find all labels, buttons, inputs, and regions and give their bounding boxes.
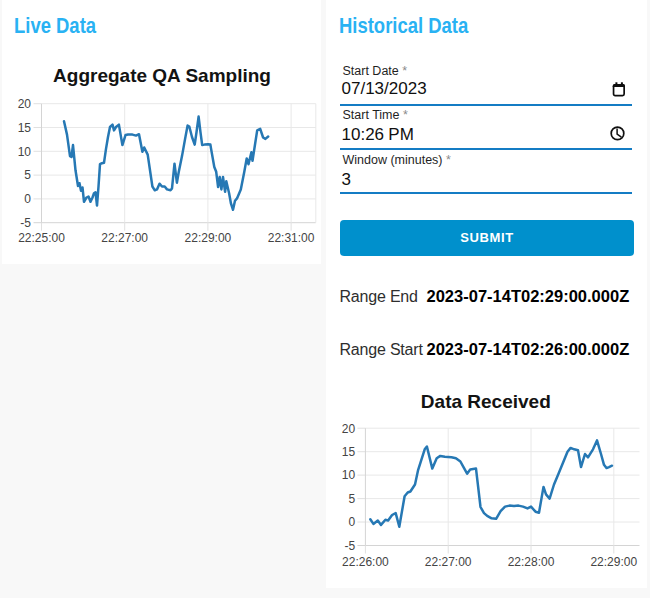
svg-text:5: 5: [349, 492, 356, 506]
svg-text:22:29:00: 22:29:00: [590, 555, 637, 569]
svg-text:22:27:00: 22:27:00: [425, 555, 472, 569]
svg-text:15: 15: [342, 445, 356, 459]
svg-text:-5: -5: [345, 539, 356, 553]
svg-text:20: 20: [342, 422, 356, 436]
svg-text:10: 10: [342, 468, 356, 482]
svg-text:10: 10: [18, 145, 32, 159]
svg-text:0: 0: [24, 192, 31, 206]
svg-text:-5: -5: [20, 216, 31, 230]
svg-text:5: 5: [24, 168, 31, 182]
svg-text:20: 20: [18, 97, 32, 111]
svg-text:22:28:00: 22:28:00: [508, 555, 555, 569]
svg-text:Aggregate QA Sampling: Aggregate QA Sampling: [53, 65, 271, 86]
svg-text:22:29:00: 22:29:00: [185, 231, 232, 245]
svg-text:22:25:00: 22:25:00: [18, 231, 65, 245]
svg-text:Data Received: Data Received: [421, 391, 551, 412]
svg-text:22:26:00: 22:26:00: [342, 555, 389, 569]
svg-text:22:31:00: 22:31:00: [268, 231, 315, 245]
svg-text:15: 15: [18, 121, 32, 135]
svg-text:0: 0: [349, 515, 356, 529]
svg-text:22:27:00: 22:27:00: [101, 231, 148, 245]
